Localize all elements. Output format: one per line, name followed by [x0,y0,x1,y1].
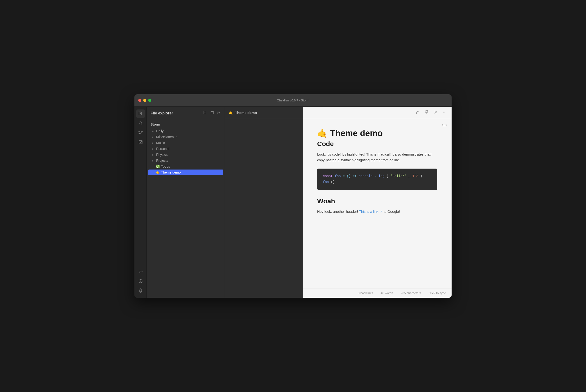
edit-panel-emoji: 🤙 [229,111,233,115]
app-window: Obsidian v0.6.7 - Storm [134,94,452,298]
foo-call: foo [323,180,329,184]
sidebar-header: File explorer [147,107,225,119]
code-section-body: Look, it's code! It's highlighted! This … [317,152,437,163]
settings-icon[interactable] [136,286,145,295]
char-count: 285 characters [401,291,421,295]
file-theme-demo[interactable]: 🤙 Theme demo [148,170,223,175]
maximize-button[interactable] [148,99,151,102]
open-vault-icon[interactable] [136,268,145,276]
folder-arrow: ▶ [152,154,155,156]
new-folder-icon[interactable] [209,110,214,116]
close-button[interactable] [138,99,141,102]
edit-panel-title: 🤙 Theme demo [229,111,257,115]
window-title: Obsidian v0.6.7 - Storm [277,98,309,102]
minimize-button[interactable] [143,99,146,102]
sync-button[interactable]: Click to sync [429,291,446,295]
log-function: log [378,174,384,178]
svg-point-28 [446,112,446,112]
folder-projects[interactable]: ▶ Projects [148,158,223,163]
file-todos[interactable]: ✅ Todos [148,164,223,169]
svg-rect-16 [204,111,206,114]
code-line-2: foo () [323,179,432,185]
help-icon[interactable]: ? [136,277,145,285]
pin-icon[interactable] [424,109,430,116]
edit-icon[interactable] [415,109,421,116]
preview-header [303,107,452,119]
folder-label: Daily [156,129,164,133]
folder-music[interactable]: ▶ Music [148,140,223,146]
code-block: const foo = () => [317,168,437,190]
folder-label: Projects [156,159,168,162]
paren-args: ( [387,174,388,178]
file-explorer-sidebar: File explorer [147,107,225,298]
svg-point-5 [140,132,141,133]
main-layout: ? File explorer [134,107,452,298]
svg-rect-12 [139,140,142,144]
keyword-const: const [323,174,333,178]
files-icon[interactable] [136,110,145,118]
tasks-icon[interactable] [136,138,145,146]
paren-open: () [347,174,351,178]
search-icon[interactable] [136,119,145,128]
dot-operator: . [375,174,377,178]
svg-point-15 [140,290,141,291]
svg-line-11 [139,133,140,134]
window-controls [138,99,151,102]
new-file-icon[interactable] [203,110,208,116]
activity-bar-bottom: ? [136,268,145,295]
activity-bar: ? [134,107,147,298]
todos-emoji: ✅ [156,164,160,168]
code-line-1: const foo = () => [323,173,432,179]
svg-line-9 [139,132,140,133]
sidebar-actions [203,110,221,116]
woah-section: Woah Hey look, another header! This is a… [317,198,437,214]
edit-panel-header: 🤙 Theme demo [225,107,303,119]
folder-physics[interactable]: ▶ Physics [148,152,223,158]
activity-bar-top [136,110,145,268]
preview-footer: 0 backlinks 46 words 285 characters Clic… [303,288,452,298]
folder-label: Miscellaneous [156,135,177,139]
arrow-operator: => [353,174,357,178]
graph-icon[interactable] [136,128,145,137]
theme-demo-emoji: 🤙 [156,170,160,174]
file-label: Theme demo [161,170,181,174]
svg-point-6 [139,131,140,132]
folder-arrow: ▶ [152,159,155,162]
woah-section-heading: Woah [317,198,437,205]
variable-foo: foo [335,174,341,178]
svg-point-8 [139,133,140,134]
preview-panel-wrapper: 🤙 Theme demo Code Look, it's code! It's … [303,107,452,298]
folder-daily[interactable]: ▶ Daily [148,128,223,134]
woah-section-body: Hey look, another header! This is a link… [317,209,437,214]
folder-miscellaneous[interactable]: ▶ Miscellaneous [148,134,223,140]
vault-name: Storm [147,121,225,128]
close-icon[interactable] [433,109,439,116]
string-hello: 'Hello!' [391,174,406,178]
preview-main-title: 🤙 Theme demo [317,128,437,138]
svg-point-27 [444,112,445,112]
titlebar: Obsidian v0.6.7 - Storm [134,94,452,107]
word-count: 46 words [381,291,393,295]
more-options-icon[interactable] [442,109,448,116]
svg-point-26 [443,112,444,112]
google-link[interactable]: This is a link ↗ [359,210,383,214]
number-123: 123 [412,174,418,178]
folder-arrow: ▶ [152,136,155,138]
file-label: Todos [161,164,170,168]
edit-panel: 🤙 Theme demo [225,107,303,298]
svg-point-7 [142,131,142,132]
code-section-heading: Code [317,140,437,148]
svg-line-4 [141,124,142,125]
operator-eq: = [343,174,345,178]
svg-text:?: ? [140,280,141,283]
folder-label: Physics [156,153,168,156]
folder-personal[interactable]: ▶ Personal [148,146,223,152]
sort-icon[interactable] [216,110,221,116]
svg-line-10 [141,132,142,133]
backlinks-count: 0 backlinks [358,291,373,295]
preview-panel: 🤙 Theme demo Code Look, it's code! It's … [303,107,452,298]
link-icon[interactable] [442,123,447,129]
edit-content[interactable] [225,119,303,298]
preview-content[interactable]: 🤙 Theme demo Code Look, it's code! It's … [303,119,452,288]
folder-label: Music [156,141,165,145]
